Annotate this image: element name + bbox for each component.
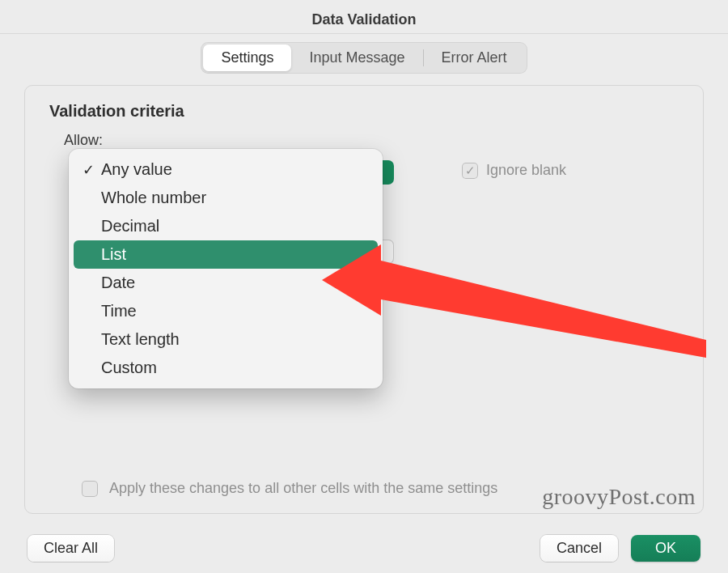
allow-dropdown-popup: ✓ Any value Whole number Decimal List Da… bbox=[69, 149, 383, 388]
option-label: Date bbox=[101, 274, 135, 292]
settings-panel: Validation criteria Allow: ✓ Ignore blan… bbox=[24, 85, 704, 514]
tab-bar: Settings Input Message Error Alert bbox=[0, 42, 728, 74]
option-label: Whole number bbox=[101, 189, 206, 207]
allow-option-custom[interactable]: Custom bbox=[69, 354, 383, 382]
tab-settings[interactable]: Settings bbox=[203, 45, 291, 71]
allow-option-date[interactable]: Date bbox=[69, 269, 383, 297]
tab-input-message[interactable]: Input Message bbox=[291, 45, 422, 71]
ignore-blank-label: Ignore blank bbox=[486, 162, 566, 179]
apply-all-row: ✓ Apply these changes to all other cells… bbox=[82, 480, 497, 497]
allow-option-time[interactable]: Time bbox=[69, 297, 383, 325]
ok-button[interactable]: OK bbox=[631, 535, 700, 562]
ignore-blank-checkbox[interactable]: ✓ bbox=[462, 163, 478, 179]
option-label: List bbox=[101, 245, 126, 264]
titlebar: Data Validation bbox=[0, 0, 728, 34]
option-label: Text length bbox=[101, 330, 180, 349]
validation-criteria-heading: Validation criteria bbox=[49, 102, 684, 121]
ignore-blank-row: ✓ Ignore blank bbox=[462, 162, 566, 179]
dialog-title: Data Validation bbox=[311, 11, 416, 28]
allow-option-decimal[interactable]: Decimal bbox=[69, 212, 383, 240]
dialog-button-row: Clear All Cancel OK bbox=[0, 535, 728, 562]
allow-option-list[interactable]: List bbox=[74, 240, 378, 269]
cancel-button[interactable]: Cancel bbox=[540, 535, 618, 562]
check-icon: ✓ bbox=[80, 161, 96, 179]
allow-label: Allow: bbox=[64, 132, 684, 149]
data-validation-dialog: Data Validation Settings Input Message E… bbox=[0, 0, 728, 573]
allow-option-any-value[interactable]: ✓ Any value bbox=[69, 155, 383, 184]
apply-all-label: Apply these changes to all other cells w… bbox=[109, 480, 497, 497]
allow-option-whole-number[interactable]: Whole number bbox=[69, 184, 383, 212]
clear-all-button[interactable]: Clear All bbox=[28, 535, 114, 562]
option-label: Decimal bbox=[101, 217, 159, 236]
option-label: Custom bbox=[101, 359, 157, 377]
option-label: Any value bbox=[101, 160, 172, 179]
allow-option-text-length[interactable]: Text length bbox=[69, 325, 383, 354]
apply-all-checkbox[interactable]: ✓ bbox=[82, 481, 98, 497]
tab-error-alert[interactable]: Error Alert bbox=[424, 45, 525, 71]
option-label: Time bbox=[101, 302, 137, 320]
